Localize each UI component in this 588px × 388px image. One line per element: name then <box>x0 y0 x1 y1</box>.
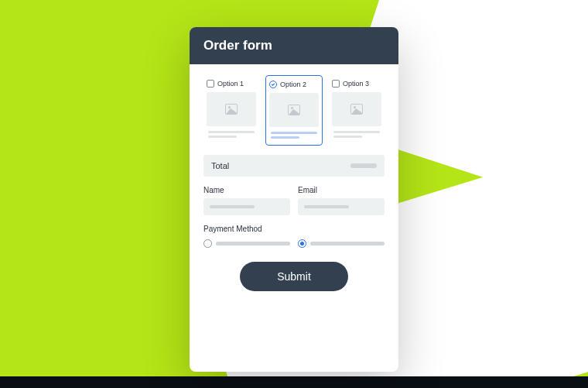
option-text-lines <box>207 131 256 138</box>
email-label: Email <box>298 186 385 194</box>
total-value-placeholder <box>350 163 377 168</box>
placeholder-line <box>304 205 349 208</box>
submit-button[interactable]: Submit <box>240 262 348 291</box>
option-text-lines <box>332 131 381 138</box>
name-label: Name <box>203 186 290 194</box>
placeholder-line <box>333 131 380 133</box>
email-field-group: Email <box>298 186 385 215</box>
option-1-label: Option 1 <box>217 80 244 88</box>
payment-method-label: Payment Method <box>203 225 385 233</box>
placeholder-line <box>210 205 255 208</box>
placeholder-line <box>271 136 299 139</box>
checkbox-checked-icon[interactable] <box>269 81 277 88</box>
option-2-header: Option 2 <box>269 81 319 88</box>
payment-radio-row <box>203 239 385 248</box>
bottom-bar <box>0 376 588 388</box>
submit-row: Submit <box>203 262 385 291</box>
radio-icon[interactable] <box>203 239 212 248</box>
option-3[interactable]: Option 3 <box>329 75 385 146</box>
placeholder-line <box>310 242 385 246</box>
total-label: Total <box>211 161 229 170</box>
option-1-header: Option 1 <box>207 80 256 88</box>
email-input[interactable] <box>298 198 385 215</box>
options-row: Option 1 Option 2 <box>203 75 385 146</box>
contact-fields: Name Email <box>203 186 385 215</box>
option-3-label: Option 3 <box>343 80 369 88</box>
name-field-group: Name <box>203 186 290 215</box>
option-3-header: Option 3 <box>332 80 381 88</box>
option-text-lines <box>269 132 319 139</box>
option-1[interactable]: Option 1 <box>203 75 259 146</box>
image-icon <box>350 104 363 115</box>
option-image-placeholder <box>332 92 381 126</box>
image-icon <box>225 104 238 115</box>
option-2[interactable]: Option 2 <box>265 75 323 146</box>
checkbox-icon[interactable] <box>332 80 340 88</box>
checkbox-icon[interactable] <box>207 80 214 88</box>
card-title: Order form <box>203 38 272 53</box>
total-row: Total <box>203 155 385 177</box>
placeholder-line <box>208 131 255 133</box>
placeholder-line <box>333 136 362 138</box>
option-2-label: Option 2 <box>280 81 306 88</box>
card-header: Order form <box>190 27 398 64</box>
image-icon <box>288 105 300 115</box>
name-input[interactable] <box>203 198 290 215</box>
payment-option-1[interactable] <box>203 239 290 248</box>
placeholder-line <box>271 132 317 134</box>
card-body: Option 1 Option 2 <box>190 64 398 372</box>
radio-checked-icon[interactable] <box>298 239 306 248</box>
option-image-placeholder <box>269 93 319 127</box>
placeholder-line <box>216 242 290 246</box>
order-form-card: Order form Option 1 <box>190 27 398 372</box>
payment-option-2[interactable] <box>298 239 385 248</box>
placeholder-line <box>208 136 237 138</box>
option-image-placeholder <box>207 92 256 126</box>
